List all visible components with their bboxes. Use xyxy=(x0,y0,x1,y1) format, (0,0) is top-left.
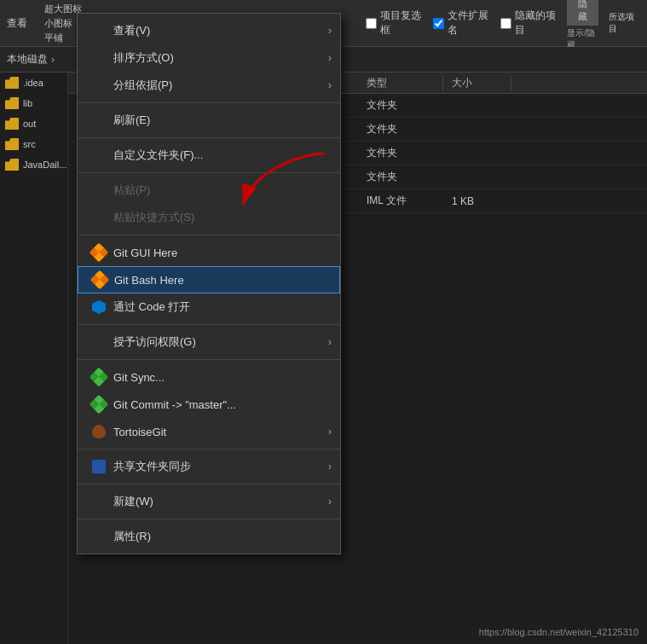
menu-label-custom-folder: 自定义文件夹(F)... xyxy=(113,148,203,163)
separator-3 xyxy=(78,172,340,173)
address-path: 本地磁盘 xyxy=(7,52,48,67)
separator-1 xyxy=(78,102,340,103)
folder-icon-idea xyxy=(5,77,19,89)
git-bash-icon xyxy=(92,272,107,287)
menu-item-git-bash[interactable]: Git Bash Here xyxy=(78,266,340,293)
access-arrow: › xyxy=(328,336,332,348)
folder-icon-lib xyxy=(5,97,19,109)
file-size-iml: 1 KB xyxy=(443,195,511,207)
menu-item-sort[interactable]: 排序方式(O) › xyxy=(78,44,340,72)
menu-label-git-commit: Git Commit -> "master"... xyxy=(113,398,236,411)
sidebar-label-out: out xyxy=(23,119,36,129)
view-icon xyxy=(91,23,107,38)
menu-label-sort: 排序方式(O) xyxy=(113,50,174,66)
access-icon xyxy=(91,334,107,350)
left-sidebar: .idea lib out src JavaDail... xyxy=(0,73,68,644)
col-header-type[interactable]: 类型 xyxy=(358,76,443,90)
menu-label-properties: 属性(R) xyxy=(113,529,151,544)
menu-label-share: 共享文件夹同步 xyxy=(113,459,191,474)
separator-5 xyxy=(78,324,340,325)
menu-label-git-bash: Git Bash Here xyxy=(114,274,184,287)
menu-item-git-gui[interactable]: Git GUI Here xyxy=(78,239,340,266)
menu-label-view: 查看(V) xyxy=(113,23,150,38)
context-menu: 查看(V) › 排序方式(O) › 分组依据(P) › 刷新(E) 自定义文件夹… xyxy=(77,13,341,554)
sidebar-label-lib: lib xyxy=(23,98,32,108)
menu-label-git-sync: Git Sync... xyxy=(113,371,165,384)
nav-button-group: 所选项目 xyxy=(609,11,638,35)
separator-6 xyxy=(78,359,340,360)
menu-item-paste-shortcut: 粘贴快捷方式(S) xyxy=(78,204,340,231)
separator-7 xyxy=(78,449,340,450)
menu-item-share[interactable]: 共享文件夹同步 › xyxy=(78,453,340,480)
menu-label-paste-shortcut: 粘贴快捷方式(S) xyxy=(113,210,194,225)
sidebar-item-src[interactable]: src xyxy=(0,134,67,154)
nav-items-label: 所选项目 xyxy=(609,11,638,35)
folder-icon-out xyxy=(5,118,19,130)
menu-item-refresh[interactable]: 刷新(E) xyxy=(78,107,340,134)
checkbox-extension: 文件扩展名 xyxy=(433,9,490,38)
tortoise-icon xyxy=(91,424,107,439)
file-type-idea: 文件夹 xyxy=(358,98,443,113)
sidebar-label-src: src xyxy=(23,139,36,149)
sidebar-item-javadaily[interactable]: JavaDail... xyxy=(0,154,67,175)
new-icon xyxy=(91,494,107,509)
tortoise-arrow: › xyxy=(328,426,332,438)
group-arrow: › xyxy=(328,79,332,91)
menu-label-group: 分组依据(P) xyxy=(113,78,172,93)
refresh-icon xyxy=(91,113,107,128)
menu-item-git-commit[interactable]: Git Commit -> "master"... xyxy=(78,391,340,418)
menu-label-access: 授予访问权限(G) xyxy=(113,334,196,350)
address-arrow: › xyxy=(51,54,55,66)
menu-label-paste: 粘贴(P) xyxy=(113,183,150,198)
menu-item-custom-folder[interactable]: 自定义文件夹(F)... xyxy=(78,142,340,169)
folder-icon-src xyxy=(5,138,19,150)
hide-button[interactable]: 隐藏 xyxy=(567,0,598,26)
sidebar-item-out[interactable]: out xyxy=(0,113,67,134)
col-header-size[interactable]: 大小 xyxy=(443,76,511,90)
menu-item-paste: 粘贴(P) xyxy=(78,177,340,204)
share-arrow: › xyxy=(328,461,332,473)
sidebar-label-idea: .idea xyxy=(23,78,43,88)
project-checkbox[interactable] xyxy=(366,18,377,29)
new-arrow: › xyxy=(328,496,332,508)
file-type-out: 文件夹 xyxy=(358,146,443,160)
menu-item-tortoise[interactable]: TortoiseGit › xyxy=(78,418,340,445)
vscode-icon xyxy=(91,299,107,315)
git-sync-icon xyxy=(91,369,107,385)
menu-item-vscode[interactable]: 通过 Code 打开 xyxy=(78,293,340,321)
menu-label-tortoise: TortoiseGit xyxy=(113,426,166,438)
hide-section: 隐藏 显示/隐藏 xyxy=(567,0,598,51)
group-icon xyxy=(91,78,107,93)
menu-item-group[interactable]: 分组依据(P) › xyxy=(78,72,340,99)
menu-label-new: 新建(W) xyxy=(113,494,153,509)
sidebar-item-lib[interactable]: lib xyxy=(0,93,67,113)
watermark: https://blog.csdn.net/weixin_42125310 xyxy=(479,627,638,637)
separator-8 xyxy=(78,484,340,484)
menu-item-access[interactable]: 授予访问权限(G) › xyxy=(78,328,340,356)
menu-label-git-gui: Git GUI Here xyxy=(113,247,177,259)
separator-2 xyxy=(78,137,340,138)
menu-label-vscode: 通过 Code 打开 xyxy=(113,299,190,315)
properties-icon xyxy=(91,529,107,544)
menu-label-refresh: 刷新(E) xyxy=(113,113,150,128)
view-label: 查看 xyxy=(7,16,27,31)
hidden-checkbox[interactable] xyxy=(500,18,511,29)
git-commit-icon xyxy=(91,397,107,412)
checkbox-hidden: 隐藏的项目 xyxy=(500,9,557,38)
paste-shortcut-icon xyxy=(91,210,107,225)
menu-item-new[interactable]: 新建(W) › xyxy=(78,488,340,515)
sort-icon xyxy=(91,50,107,66)
menu-item-git-sync[interactable]: Git Sync... xyxy=(78,363,340,391)
git-gui-icon xyxy=(91,245,107,260)
menu-item-view[interactable]: 查看(V) › xyxy=(78,17,340,44)
folder-icon-javadaily xyxy=(5,159,19,171)
folder-custom-icon xyxy=(91,148,107,163)
sidebar-item-idea[interactable]: .idea xyxy=(0,73,67,93)
file-type-iml: IML 文件 xyxy=(358,194,443,208)
menu-item-properties[interactable]: 属性(R) xyxy=(78,523,340,550)
sidebar-label-javadaily: JavaDail... xyxy=(23,160,66,170)
file-type-lib: 文件夹 xyxy=(358,122,443,136)
extension-checkbox[interactable] xyxy=(433,18,444,29)
paste-icon xyxy=(91,183,107,198)
right-toolbar: 项目复选框 文件扩展名 隐藏的项目 隐藏 显示/隐藏 所选项目 xyxy=(357,0,647,47)
